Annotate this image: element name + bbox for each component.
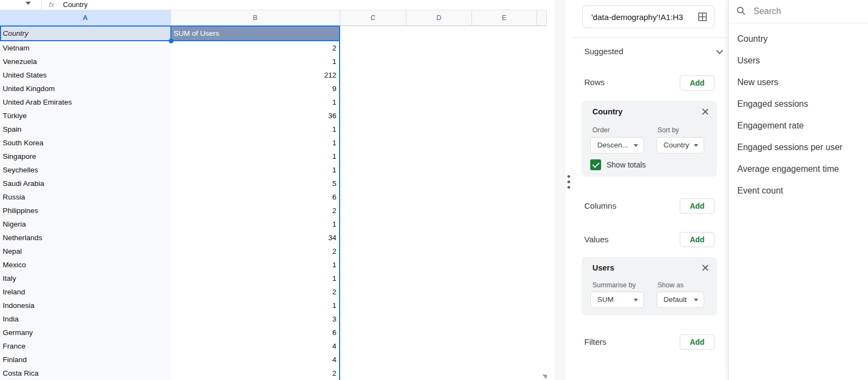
users-cell[interactable]: 1 xyxy=(171,136,340,150)
show-totals-label: Show totals xyxy=(607,160,646,169)
dropdown-caret-icon xyxy=(694,299,698,301)
field-search-input[interactable] xyxy=(752,3,861,20)
panel-resize-handle-icon[interactable] xyxy=(567,175,570,178)
country-cell[interactable]: Spain xyxy=(0,123,171,136)
column-header-a[interactable]: A xyxy=(0,10,171,26)
selection-fill-handle[interactable] xyxy=(169,38,174,43)
users-cell[interactable]: 1 xyxy=(171,163,340,177)
table-row: United States 212 xyxy=(0,68,340,82)
order-dropdown[interactable]: Descen... xyxy=(590,137,644,153)
users-cell[interactable]: 2 xyxy=(171,244,340,258)
filters-add-button[interactable]: Add xyxy=(680,334,714,350)
field-menu-item[interactable]: Engagement rate xyxy=(729,115,868,137)
pivot-table-editor-panel: Suggested Rows Add Country Order Sort by… xyxy=(547,0,728,380)
column-header-partial[interactable] xyxy=(537,10,547,26)
users-cell[interactable]: 1 xyxy=(171,258,340,272)
users-cell[interactable]: 212 xyxy=(171,68,340,82)
country-cell[interactable]: Finland xyxy=(0,353,171,366)
users-cell[interactable]: 2 xyxy=(171,366,340,380)
country-cell[interactable]: South Korea xyxy=(0,136,171,150)
country-cell[interactable]: Nepal xyxy=(0,244,171,258)
column-header-b[interactable]: B xyxy=(171,10,340,26)
country-cell[interactable]: Nigeria xyxy=(0,217,171,231)
country-cell[interactable]: Saudi Arabia xyxy=(0,177,171,190)
country-cell[interactable]: Vietnam xyxy=(0,41,171,55)
panel-resize-handle-icon[interactable] xyxy=(567,181,570,183)
users-cell[interactable]: 9 xyxy=(171,82,340,95)
value-field-card: Users Summarise by Show as SUM Default xyxy=(582,257,717,315)
country-cell[interactable]: Singapore xyxy=(0,150,171,163)
country-cell[interactable]: United Arab Emirates xyxy=(0,95,171,109)
users-cell[interactable]: 4 xyxy=(171,339,340,353)
show-as-dropdown[interactable]: Default xyxy=(656,292,704,308)
table-row: Nigeria 1 xyxy=(0,217,340,231)
country-cell[interactable]: Netherlands xyxy=(0,231,171,244)
formula-bar-value[interactable]: Country xyxy=(63,0,88,10)
users-cell[interactable]: 1 xyxy=(171,272,340,285)
country-cell[interactable]: Türkiye xyxy=(0,109,171,123)
users-cell[interactable]: 5 xyxy=(171,177,340,190)
values-add-button[interactable]: Add xyxy=(680,232,714,247)
summarise-by-dropdown[interactable]: SUM xyxy=(590,292,644,308)
close-icon[interactable] xyxy=(701,108,709,115)
rows-add-button[interactable]: Add xyxy=(680,75,714,91)
column-header-e[interactable]: E xyxy=(472,10,537,26)
field-menu-item[interactable]: Engaged sessions xyxy=(729,93,868,115)
country-cell[interactable]: Russia xyxy=(0,190,171,204)
chevron-down-icon[interactable] xyxy=(716,47,723,54)
country-cell[interactable]: Indonesia xyxy=(0,299,171,312)
name-box-caret-icon[interactable] xyxy=(25,2,31,5)
panel-resize-handle-icon[interactable] xyxy=(567,186,570,189)
country-cell[interactable]: Italy xyxy=(0,272,171,285)
field-menu-item[interactable]: Country xyxy=(729,28,868,50)
show-totals-checkbox[interactable] xyxy=(590,159,601,170)
users-cell[interactable]: 1 xyxy=(171,123,340,136)
pivot-row-header-cell[interactable]: Country xyxy=(0,26,171,41)
users-cell[interactable]: 2 xyxy=(171,285,340,299)
users-cell[interactable]: 1 xyxy=(171,95,340,109)
field-menu-item[interactable]: Engaged sessions per user xyxy=(729,137,868,158)
suggested-section-label: Suggested xyxy=(584,47,623,56)
columns-add-button[interactable]: Add xyxy=(680,198,714,214)
country-cell[interactable]: Venezuela xyxy=(0,55,171,68)
users-cell[interactable]: 4 xyxy=(171,353,340,366)
data-range-box xyxy=(582,5,714,28)
sort-by-dropdown[interactable]: Country xyxy=(656,137,704,153)
users-cell[interactable]: 6 xyxy=(171,326,340,339)
order-label: Order xyxy=(592,126,610,134)
sort-by-label: Sort by xyxy=(658,126,679,134)
country-cell[interactable]: Mexico xyxy=(0,258,171,272)
column-header-d[interactable]: D xyxy=(406,10,472,26)
table-row: Philippines 2 xyxy=(0,204,340,217)
country-cell[interactable]: Germany xyxy=(0,326,171,339)
users-cell[interactable]: 3 xyxy=(171,312,340,326)
close-icon[interactable] xyxy=(701,264,709,272)
country-cell[interactable]: France xyxy=(0,339,171,353)
users-cell[interactable]: 2 xyxy=(171,41,340,55)
select-range-icon[interactable] xyxy=(698,12,707,22)
country-cell[interactable]: United States xyxy=(0,68,171,82)
users-cell[interactable]: 34 xyxy=(171,231,340,244)
users-cell[interactable]: 1 xyxy=(171,55,340,68)
field-menu-item[interactable]: Users xyxy=(729,50,868,72)
field-menu-item[interactable]: Average engagement time xyxy=(729,158,868,180)
data-range-input[interactable] xyxy=(583,6,714,28)
country-cell[interactable]: Philippines xyxy=(0,204,171,217)
country-cell[interactable]: Seychelles xyxy=(0,163,171,177)
field-menu-item[interactable]: Event count xyxy=(729,180,868,202)
column-header-c[interactable]: C xyxy=(340,10,406,26)
country-cell[interactable]: United Kingdom xyxy=(0,82,171,95)
table-row: India 3 xyxy=(0,312,340,326)
users-cell[interactable]: 1 xyxy=(171,217,340,231)
users-cell[interactable]: 1 xyxy=(171,150,340,163)
users-cell[interactable]: 1 xyxy=(171,299,340,312)
country-cell[interactable]: Costa Rica xyxy=(0,366,171,380)
country-cell[interactable]: India xyxy=(0,312,171,326)
country-cell[interactable]: Ireland xyxy=(0,285,171,299)
users-cell[interactable]: 36 xyxy=(171,109,340,123)
users-cell[interactable]: 6 xyxy=(171,190,340,204)
field-menu-item[interactable]: New users xyxy=(729,72,868,93)
pivot-value-header-cell[interactable]: SUM of Users xyxy=(171,26,340,41)
users-cell[interactable]: 2 xyxy=(171,204,340,217)
pivot-data-rows: Vietnam 2 Venezuela 1 United States 212 … xyxy=(0,41,340,380)
